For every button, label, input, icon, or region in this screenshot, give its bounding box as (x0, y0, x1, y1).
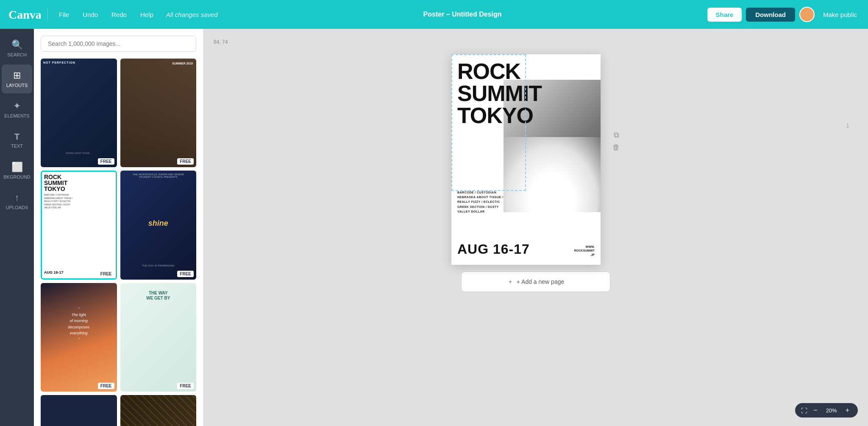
sidebar-item-search[interactable]: 🔍 SEARCH (2, 34, 32, 63)
template-card-morning[interactable]: "The lightof morningdecomposeseverything… (41, 283, 117, 392)
design-title: Poster – Untitled Design (423, 11, 502, 18)
add-page-button[interactable]: ＋ + Add a new page (461, 272, 610, 292)
layouts-icon: ⊞ (13, 70, 21, 81)
add-page-label: + Add a new page (517, 278, 565, 285)
poster[interactable]: ROCK SUMMIT TOKYO BARCODE / CUSTODIAN NE… (451, 54, 601, 265)
share-button[interactable]: Share (707, 8, 742, 22)
poster-title-line1: ROCK (457, 59, 520, 84)
uploads-icon: ↑ (15, 192, 19, 203)
copy-page-tool[interactable]: ⧉ (614, 131, 619, 140)
poster-title-line3: TOKYO (457, 103, 533, 128)
file-menu[interactable]: File (55, 8, 73, 21)
template-card-dark-blue[interactable]: NOT PERFECTION WORK FIRST DONE... FREE (41, 59, 117, 167)
canvas-area: 84, 74 1 ROCK SUMMIT TOKYO (203, 29, 868, 426)
help-menu[interactable]: Help (136, 8, 158, 21)
sidebar-item-elements[interactable]: ✦ ELEMENTS (2, 95, 32, 124)
poster-details[interactable]: BARCODE / CUSTODIAN NEBRASKA ABOUT TISSU… (457, 190, 526, 214)
badge-free-5: FREE (98, 383, 114, 389)
search-icon: 🔍 (11, 39, 23, 50)
topbar-divider (47, 8, 48, 21)
poster-wrapper[interactable]: ROCK SUMMIT TOKYO BARCODE / CUSTODIAN NE… (451, 54, 601, 265)
search-input[interactable] (41, 36, 196, 52)
coord-label: 84, 74 (214, 39, 228, 45)
poster-title[interactable]: ROCK SUMMIT TOKYO (457, 60, 526, 126)
sidebar-item-layouts[interactable]: ⊞ LAYOUTS (2, 64, 32, 93)
sidebar-label-elements: ELEMENTS (4, 113, 29, 118)
undo-button[interactable]: Undo (78, 8, 102, 21)
templates-grid: NOT PERFECTION WORK FIRST DONE... FREE S… (34, 59, 203, 426)
template-card-horses[interactable]: SUMMER 2019 FREE (120, 59, 197, 167)
template-card-ph2[interactable] (120, 395, 197, 426)
template-card-way[interactable]: THE WAYWE GET BY FREE (120, 283, 197, 392)
tc-shine-bottom: THE 2019 JS PROMENADE (120, 264, 197, 267)
sidebar-label-text: TEXT (11, 143, 23, 149)
sidebar-item-background[interactable]: ⬜ BKGROUND (2, 156, 32, 185)
make-public-button[interactable]: Make public (819, 8, 861, 21)
badge-free-4: FREE (177, 271, 194, 277)
sidebar-label-uploads: UPLOADS (6, 205, 28, 210)
sidebar: 🔍 SEARCH ⊞ LAYOUTS ✦ ELEMENTS T TEXT ⬜ B… (0, 29, 34, 426)
sidebar-label-search: SEARCH (7, 52, 27, 57)
template-card-ph1[interactable] (41, 395, 117, 426)
tc-dark-subtitle: WORK FIRST DONE... (44, 152, 114, 154)
canvas-side-tools: ⧉ 🗑 (612, 131, 620, 152)
gold-pattern (120, 395, 197, 426)
badge-free-2: FREE (177, 158, 194, 165)
sidebar-label-layouts: LAYOUTS (6, 83, 28, 88)
sidebar-item-uploads[interactable]: ↑ UPLOADS (2, 187, 32, 216)
horses-summer: SUMMER 2019 (172, 62, 193, 65)
template-card-rock-summit[interactable]: ROCKSUMMITTOKYO BARCODE / CUSTODIANNEBRA… (41, 171, 117, 279)
zoom-bar: ⛶ − 20% + (795, 403, 858, 418)
present-icon[interactable]: ⛶ (801, 407, 807, 414)
horses-overlay (120, 59, 197, 167)
page-number: 1 (846, 122, 849, 129)
sidebar-label-background: BKGROUND (3, 174, 31, 179)
sidebar-item-text[interactable]: T TEXT (2, 126, 32, 154)
elements-icon: ✦ (13, 101, 21, 112)
panel: NOT PERFECTION WORK FIRST DONE... FREE S… (34, 29, 203, 426)
canva-logo[interactable]: Canva (7, 7, 41, 22)
background-icon: ⬜ (11, 162, 23, 173)
topbar: Canva File Undo Redo Help All changes sa… (0, 0, 868, 29)
delete-page-tool[interactable]: 🗑 (612, 143, 620, 152)
tc-rock-sub: BARCODE / CUSTODIANNEBRASKA ABOUT TISSUE… (44, 193, 114, 210)
add-page-plus-icon: ＋ (507, 278, 513, 286)
text-icon: T (14, 132, 19, 142)
poster-title-line2: SUMMIT (457, 81, 542, 106)
saved-status: All changes saved (166, 11, 218, 18)
tc-shine-top: THE JACKSONVILLE JUNIOR AND SENIORSTUDEN… (120, 171, 197, 181)
avatar[interactable] (799, 7, 815, 22)
poster-date[interactable]: AUG 16-17 (457, 241, 530, 257)
badge-free-3: FREE (98, 271, 114, 277)
zoom-level: 20% (823, 407, 840, 414)
badge-free-1: FREE (98, 158, 114, 165)
zoom-in-button[interactable]: + (843, 406, 852, 415)
svg-text:Canva: Canva (8, 8, 41, 21)
tc-way-text: THE WAYWE GET BY (120, 287, 197, 304)
badge-free-6: FREE (177, 383, 194, 389)
topbar-right: Share Download Make public (707, 7, 861, 22)
redo-button[interactable]: Redo (107, 8, 131, 21)
tc-morning-text: "The lightof morningdecomposeseverything… (41, 306, 117, 342)
search-bar-wrap (34, 29, 203, 59)
zoom-out-button[interactable]: − (811, 406, 820, 415)
tc-rock-title: ROCKSUMMITTOKYO (44, 174, 114, 192)
download-button[interactable]: Download (746, 8, 795, 22)
topbar-center: Poster – Untitled Design (223, 11, 702, 18)
tc-shine-text: shine (120, 219, 197, 228)
poster-website[interactable]: WWW.ROCKSUMMIT.JP (574, 245, 595, 257)
template-card-shine[interactable]: THE JACKSONVILLE JUNIOR AND SENIORSTUDEN… (120, 171, 197, 279)
